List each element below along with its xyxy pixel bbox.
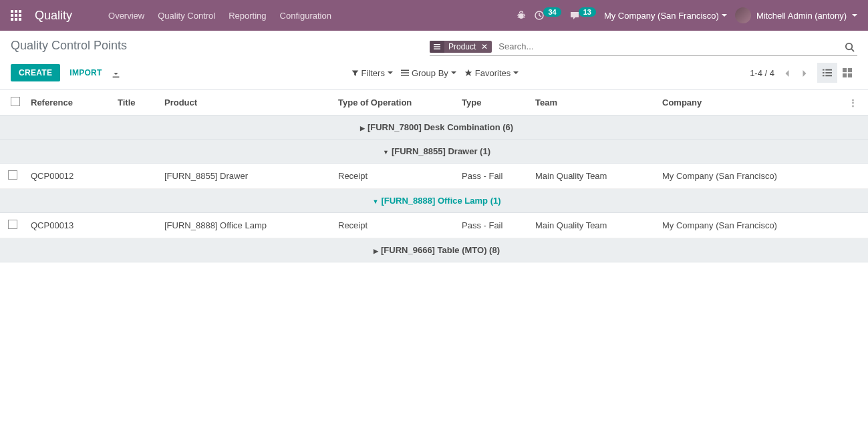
groupby-label: Group By <box>412 68 448 78</box>
col-team[interactable]: Team <box>530 90 657 116</box>
search-facet-product: Product ✕ <box>430 41 492 53</box>
svg-rect-0 <box>11 10 13 13</box>
svg-rect-15 <box>401 70 409 71</box>
svg-rect-25 <box>848 68 852 72</box>
table-row[interactable]: QCP00013[FURN_8888] Office LampReceiptPa… <box>0 213 868 238</box>
funnel-icon <box>351 69 359 77</box>
svg-rect-23 <box>825 75 832 77</box>
group-row[interactable]: ▼[FURN_8855] Drawer (1) <box>0 140 868 164</box>
pager-prev-icon[interactable] <box>781 65 792 81</box>
list-icon <box>430 41 444 53</box>
favorites-label: Favorites <box>475 68 511 78</box>
row-checkbox[interactable] <box>8 170 17 180</box>
app-brand[interactable]: Quality <box>35 9 72 23</box>
user-label: Mitchell Admin (antony) <box>756 11 847 21</box>
cell-company: My Company (San Francisco) <box>657 213 843 238</box>
caret-down-icon <box>852 13 857 18</box>
row-checkbox[interactable] <box>8 220 17 229</box>
svg-rect-4 <box>15 14 17 17</box>
nav-link-configuration[interactable]: Configuration <box>273 0 338 31</box>
caret-right-icon: ▶ <box>374 248 378 254</box>
user-menu[interactable]: Mitchell Admin (antony) <box>735 7 857 23</box>
search-bar[interactable]: Product ✕ <box>430 39 857 56</box>
svg-rect-6 <box>11 18 13 21</box>
group-row[interactable]: ▶[FURN_9666] Table (MTO) (8) <box>0 238 868 262</box>
nav-link-quality-control[interactable]: Quality Control <box>151 0 222 31</box>
svg-rect-24 <box>843 68 847 72</box>
avatar <box>735 7 751 23</box>
activity-badge: 34 <box>543 7 561 17</box>
messages-badge: 13 <box>579 7 596 17</box>
groupby-dropdown[interactable]: Group By <box>401 68 456 78</box>
list-icon <box>401 69 409 77</box>
apps-icon[interactable] <box>11 9 23 21</box>
caret-right-icon: ▶ <box>360 125 365 132</box>
create-button[interactable]: CREATE <box>11 64 60 81</box>
favorites-dropdown[interactable]: Favorites <box>464 68 519 78</box>
list-view-icon[interactable] <box>817 63 837 83</box>
select-all-checkbox[interactable] <box>11 97 20 106</box>
svg-rect-22 <box>823 75 825 77</box>
col-operation[interactable]: Type of Operation <box>333 90 456 116</box>
download-icon[interactable] <box>112 67 120 77</box>
activity-indicator[interactable]: 34 <box>534 10 561 21</box>
cell-team: Main Quality Team <box>530 213 657 238</box>
company-label: My Company (San Francisco) <box>604 11 719 21</box>
nav-link-overview[interactable]: Overview <box>102 0 151 31</box>
bug-icon[interactable] <box>517 11 526 20</box>
control-panel: Quality Control Points Product ✕ CREATE … <box>0 31 868 89</box>
group-label: [FURN_8888] Office Lamp (1) <box>381 196 500 206</box>
caret-down-icon: ▼ <box>383 149 389 156</box>
top-navbar: Quality Overview Quality Control Reporti… <box>0 0 868 31</box>
svg-rect-7 <box>15 18 17 21</box>
star-icon <box>464 69 472 77</box>
svg-point-9 <box>519 13 524 18</box>
cell-operation: Receipt <box>333 213 456 238</box>
pager-next-icon[interactable] <box>799 65 811 81</box>
svg-rect-3 <box>11 14 13 17</box>
company-switcher[interactable]: My Company (San Francisco) <box>604 11 727 21</box>
svg-rect-11 <box>434 44 440 45</box>
col-type[interactable]: Type <box>456 90 530 116</box>
column-options-icon[interactable]: ⋮ <box>849 97 857 108</box>
svg-rect-26 <box>843 73 847 77</box>
messages-indicator[interactable]: 13 <box>569 10 596 21</box>
data-table: Reference Title Product Type of Operatio… <box>0 90 868 262</box>
col-title[interactable]: Title <box>112 90 159 116</box>
cell-type: Pass - Fail <box>456 213 530 238</box>
filters-dropdown[interactable]: Filters <box>351 68 393 78</box>
search-input[interactable] <box>496 39 842 54</box>
group-label: [FURN_8855] Drawer (1) <box>392 146 490 156</box>
svg-rect-16 <box>401 72 409 73</box>
filters-label: Filters <box>361 68 385 78</box>
search-icon[interactable] <box>842 41 857 51</box>
svg-rect-20 <box>823 72 825 73</box>
facet-label: Product <box>444 42 480 51</box>
svg-rect-1 <box>15 10 17 13</box>
group-row[interactable]: ▶[FURN_7800] Desk Combination (6) <box>0 116 868 140</box>
caret-down-icon <box>388 70 393 75</box>
col-company[interactable]: Company <box>657 90 843 116</box>
svg-rect-12 <box>434 46 440 47</box>
svg-rect-19 <box>825 69 832 71</box>
col-reference[interactable]: Reference <box>25 90 112 116</box>
cell-title <box>112 213 159 238</box>
kanban-view-icon[interactable] <box>837 63 857 83</box>
list-view: Reference Title Product Type of Operatio… <box>0 89 868 262</box>
svg-point-14 <box>846 43 852 49</box>
svg-rect-8 <box>19 18 21 21</box>
svg-rect-2 <box>19 10 21 13</box>
col-product[interactable]: Product <box>159 90 333 116</box>
view-switcher <box>817 63 857 83</box>
svg-rect-27 <box>848 73 852 77</box>
group-label: [FURN_9666] Table (MTO) (8) <box>381 245 500 255</box>
facet-remove-icon[interactable]: ✕ <box>480 42 492 51</box>
group-row[interactable]: ▼[FURN_8888] Office Lamp (1) <box>0 189 868 213</box>
table-row[interactable]: QCP00012[FURN_8855] DrawerReceiptPass - … <box>0 164 868 189</box>
import-button[interactable]: IMPORT <box>69 68 102 77</box>
nav-link-reporting[interactable]: Reporting <box>222 0 273 31</box>
cell-operation: Receipt <box>333 164 456 189</box>
cell-type: Pass - Fail <box>456 164 530 189</box>
navbar-right: 34 13 My Company (San Francisco) Mitchel… <box>517 7 857 23</box>
cell-title <box>112 164 159 189</box>
